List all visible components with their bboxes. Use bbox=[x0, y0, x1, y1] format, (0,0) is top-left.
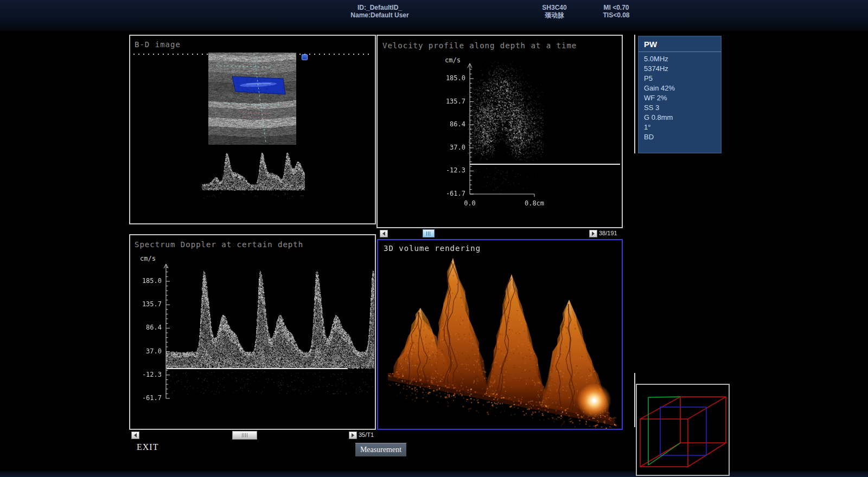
velocity-ytick: -12.3 bbox=[433, 166, 465, 174]
scrollbar-thumb-grip bbox=[426, 231, 431, 236]
spectrum-doppler-title: Spectrum Doppler at certain depth bbox=[135, 240, 303, 249]
velocity-ytick: -61.7 bbox=[433, 190, 465, 197]
bottom-edge-bar bbox=[0, 471, 868, 477]
time-counter: 35/T1 bbox=[359, 431, 374, 438]
spectrum-zero-baseline bbox=[167, 368, 348, 369]
probe-info: SH3C40 颈动脉 bbox=[526, 4, 583, 19]
pw-param-ss: SS 3 bbox=[639, 103, 721, 113]
frame-counter: 38/191 bbox=[599, 230, 617, 236]
frame-scroll-left-button[interactable] bbox=[380, 230, 388, 237]
frame-scrollbar-thumb[interactable] bbox=[423, 229, 435, 237]
pw-panel-title: PW bbox=[639, 36, 721, 52]
left-arrow-icon bbox=[134, 433, 137, 437]
pw-param-mode: BD bbox=[639, 132, 721, 142]
mi-value: MI <0.70 bbox=[586, 4, 647, 11]
velocity-profile-title: Velocity profile along depth at a time bbox=[382, 41, 577, 50]
pw-param-gate: G 0.8mm bbox=[639, 113, 721, 123]
right-divider-line bbox=[634, 35, 635, 153]
velocity-axis bbox=[450, 57, 559, 212]
velocity-ytick: 37.0 bbox=[433, 144, 465, 151]
spectrum-ytick: -61.7 bbox=[129, 394, 162, 402]
spectrum-ytick: -12.3 bbox=[129, 371, 162, 378]
exam-preset: 颈动脉 bbox=[526, 11, 583, 19]
spectrum-ytick: 135.7 bbox=[129, 300, 162, 308]
velocity-ytick: 135.7 bbox=[433, 98, 465, 105]
ultrasound-application: ID:_DefaultID_ Name:Default User SH3C40 … bbox=[0, 0, 868, 477]
spectrum-ytick: 185.0 bbox=[129, 277, 162, 285]
volume-rendering-view bbox=[378, 240, 622, 429]
measurement-button[interactable]: Measurement bbox=[355, 443, 406, 456]
pw-param-wall-filter: WF 2% bbox=[639, 93, 721, 103]
left-arrow-icon bbox=[382, 231, 385, 236]
right-arrow-icon bbox=[592, 231, 595, 236]
pw-param-prf: 5374Hz bbox=[639, 64, 721, 74]
frame-scrollbar-track[interactable] bbox=[376, 229, 623, 238]
pw-param-angle: 1° bbox=[639, 123, 721, 132]
velocity-zero-baseline bbox=[470, 164, 620, 165]
time-scrollbar-thumb[interactable] bbox=[232, 431, 257, 440]
tis-value: TIS<0.08 bbox=[586, 11, 647, 19]
velocity-xtick: 0.0 bbox=[459, 199, 481, 207]
time-scroll-left-button[interactable] bbox=[131, 431, 139, 439]
spectrum-ytick: 86.4 bbox=[129, 324, 162, 331]
right-arrow-icon bbox=[352, 433, 354, 437]
pw-spectral-trace bbox=[202, 147, 305, 199]
probe-model: SH3C40 bbox=[526, 4, 583, 11]
scrollbar-thumb-grip bbox=[242, 433, 248, 437]
velocity-xtick: 0.8cm bbox=[521, 199, 548, 207]
bd-image-panel-title: B-D image bbox=[135, 40, 181, 49]
pw-parameter-panel: PW 5.0MHz 5374Hz P5 Gain 42% WF 2% SS 3 … bbox=[638, 36, 722, 153]
patient-id: ID:_DefaultID_ bbox=[315, 4, 445, 11]
volume-orientation-cube-panel bbox=[636, 384, 730, 476]
pw-param-frequency: 5.0MHz bbox=[639, 54, 721, 64]
volume-rendering-title: 3D volume rendering bbox=[384, 244, 481, 253]
velocity-ytick: 86.4 bbox=[433, 120, 465, 128]
patient-info: ID:_DefaultID_ Name:Default User bbox=[315, 4, 445, 19]
exit-button[interactable]: EXIT bbox=[137, 442, 158, 452]
patient-name: Name:Default User bbox=[315, 11, 445, 19]
right-divider-line-lower bbox=[634, 373, 635, 427]
pw-param-gain: Gain 42% bbox=[639, 83, 721, 93]
frame-scroll-right-button[interactable] bbox=[589, 230, 597, 237]
velocity-ytick: 185.0 bbox=[433, 74, 465, 82]
volume-orientation-cube bbox=[637, 385, 729, 475]
bmode-image bbox=[208, 53, 296, 145]
orientation-marker-icon bbox=[302, 54, 308, 60]
acoustic-indices: MI <0.70 TIS<0.08 bbox=[586, 4, 647, 19]
time-scroll-right-button[interactable] bbox=[349, 431, 357, 439]
pw-param-power: P5 bbox=[639, 74, 721, 83]
spectrum-ytick: 37.0 bbox=[129, 347, 162, 355]
